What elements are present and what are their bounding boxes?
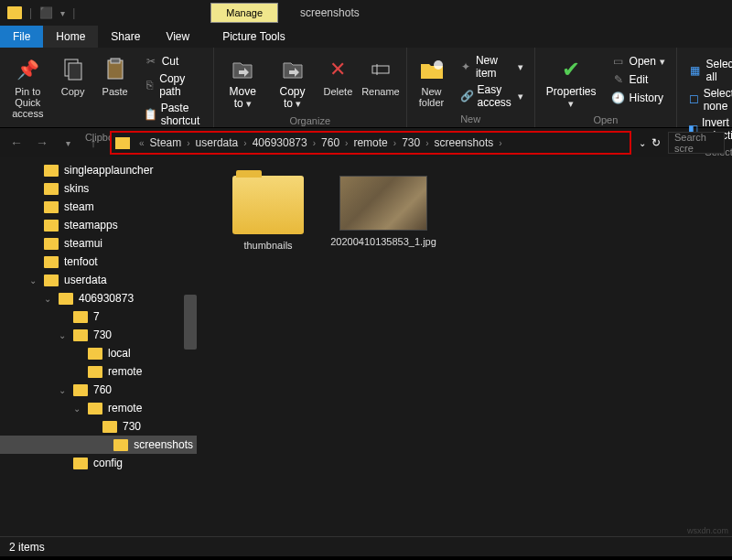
forward-button[interactable]: → bbox=[33, 135, 51, 150]
paste-button[interactable]: Paste bbox=[96, 51, 135, 130]
open-icon: ▭ bbox=[611, 54, 626, 69]
tree-label: steamui bbox=[64, 237, 102, 250]
tree-item-skins[interactable]: skins bbox=[0, 179, 197, 198]
tree-item-remote[interactable]: remote bbox=[0, 362, 197, 381]
copy-button[interactable]: Copy bbox=[54, 51, 92, 130]
tree-label: remote bbox=[108, 402, 142, 415]
quick-access-icon[interactable]: ⬛ bbox=[39, 6, 53, 19]
search-input[interactable]: Search scre bbox=[668, 132, 725, 154]
folder-icon bbox=[113, 439, 128, 451]
file-item-thumbnails[interactable]: thumbnails bbox=[224, 176, 312, 252]
tree-item-steam[interactable]: steam bbox=[0, 198, 197, 216]
folder-icon bbox=[7, 6, 22, 19]
pin-label: Pin to Quick access bbox=[11, 86, 45, 119]
tree-item-tenfoot[interactable]: tenfoot bbox=[0, 253, 197, 271]
tree-item-singleapplauncher[interactable]: singleapplauncher bbox=[0, 161, 197, 179]
tree-item-730[interactable]: ⌄730 bbox=[0, 326, 197, 344]
tree-item-406930873[interactable]: ⌄406930873 bbox=[0, 289, 197, 307]
crumb-remote[interactable]: remote bbox=[351, 136, 389, 149]
edit-button[interactable]: ✎Edit bbox=[609, 71, 667, 88]
crumb-screenshots[interactable]: screenshots bbox=[433, 136, 496, 149]
pin-button[interactable]: 📌 Pin to Quick access bbox=[5, 51, 50, 130]
copy-to-button[interactable]: Copy to ▾ bbox=[270, 51, 316, 113]
picture-tools-tab[interactable]: Picture Tools bbox=[210, 26, 297, 48]
new-folder-icon bbox=[417, 55, 447, 84]
folder-icon bbox=[44, 238, 59, 250]
easy-access-button[interactable]: 🔗Easy access ▾ bbox=[458, 82, 525, 110]
content-pane[interactable]: thumbnails20200410135853_1.jpg bbox=[197, 157, 732, 536]
tree-item-steamapps[interactable]: steamapps bbox=[0, 216, 197, 234]
crumb-userdata[interactable]: userdata bbox=[194, 136, 241, 149]
tree-item-760[interactable]: ⌄760 bbox=[0, 381, 197, 399]
file-item-20200410135853_1.jpg[interactable]: 20200410135853_1.jpg bbox=[339, 176, 427, 248]
expand-icon[interactable]: ⌄ bbox=[57, 330, 68, 340]
copy-path-button[interactable]: ⎘Copy path bbox=[142, 71, 204, 99]
divider-icon: | bbox=[29, 6, 32, 19]
properties-button[interactable]: ✔ Properties ▾ bbox=[541, 51, 602, 113]
expand-icon[interactable]: ⌄ bbox=[27, 275, 38, 285]
up-button[interactable]: ↑ bbox=[84, 135, 102, 150]
chevron-right-icon: › bbox=[390, 138, 400, 148]
expand-icon[interactable]: ⌄ bbox=[71, 404, 82, 414]
tree-item-7[interactable]: 7 bbox=[0, 307, 197, 326]
tree-label: steamapps bbox=[64, 219, 118, 232]
chevron-right-icon: › bbox=[240, 138, 250, 148]
dropdown-icon[interactable]: ▾ bbox=[60, 8, 65, 18]
folder-tree[interactable]: singleapplauncherskinssteamsteamappsstea… bbox=[0, 157, 197, 536]
recent-dropdown[interactable]: ▾ bbox=[59, 138, 77, 148]
crumb-406930873[interactable]: 406930873 bbox=[251, 136, 309, 149]
new-folder-label: New folder bbox=[418, 86, 446, 108]
scrollbar-thumb[interactable] bbox=[184, 295, 197, 350]
tree-label: steam bbox=[64, 200, 94, 213]
file-menu[interactable]: File bbox=[0, 26, 43, 48]
shortcut-icon: 📋 bbox=[144, 107, 157, 122]
history-button[interactable]: 🕘History bbox=[609, 90, 667, 106]
tree-item-config[interactable]: config bbox=[0, 454, 197, 472]
move-to-button[interactable]: Move to ▾ bbox=[220, 51, 266, 113]
crumb-760[interactable]: 760 bbox=[319, 136, 341, 149]
back-button[interactable]: ← bbox=[7, 135, 26, 150]
delete-button[interactable]: ✕ Delete bbox=[318, 51, 357, 113]
folder-icon bbox=[44, 165, 59, 177]
chevron-right-icon: › bbox=[422, 138, 432, 148]
open-group-label: Open bbox=[593, 113, 618, 127]
folder-icon bbox=[88, 366, 102, 378]
new-item-button[interactable]: ✦New item ▾ bbox=[458, 53, 525, 81]
chevron-right-icon: › bbox=[309, 138, 319, 148]
copy-icon bbox=[59, 55, 88, 84]
breadcrumb[interactable]: « Steam›userdata›406930873›760›remote›73… bbox=[110, 131, 631, 155]
refresh-button[interactable]: ↻ bbox=[651, 136, 661, 149]
tree-item-local[interactable]: local bbox=[0, 344, 197, 362]
tree-item-userdata[interactable]: ⌄userdata bbox=[0, 271, 197, 289]
expand-icon[interactable]: ⌄ bbox=[42, 294, 53, 304]
paste-shortcut-button[interactable]: 📋Paste shortcut bbox=[142, 101, 204, 128]
open-button[interactable]: ▭Open ▾ bbox=[609, 53, 667, 70]
view-tab[interactable]: View bbox=[153, 26, 202, 48]
folder-icon bbox=[73, 384, 88, 396]
select-none-button[interactable]: ☐Select none bbox=[686, 86, 732, 113]
tree-label: 7 bbox=[93, 310, 100, 323]
tree-label: screenshots bbox=[134, 438, 193, 451]
home-tab[interactable]: Home bbox=[43, 26, 98, 48]
svg-rect-1 bbox=[69, 63, 81, 80]
rename-button[interactable]: Rename bbox=[361, 51, 400, 113]
menu-bar: File Home Share View Picture Tools bbox=[0, 26, 732, 48]
crumb-Steam[interactable]: Steam bbox=[148, 136, 184, 149]
tree-item-steamui[interactable]: steamui bbox=[0, 234, 197, 253]
paste-icon bbox=[101, 55, 130, 84]
tree-item-730[interactable]: 730 bbox=[0, 417, 197, 436]
new-label: New bbox=[460, 112, 480, 126]
dropdown-icon[interactable]: ⌄ bbox=[639, 138, 646, 148]
image-thumbnail bbox=[339, 176, 427, 231]
new-folder-button[interactable]: New folder bbox=[413, 51, 451, 112]
share-tab[interactable]: Share bbox=[98, 26, 153, 48]
file-label: thumbnails bbox=[243, 240, 292, 252]
expand-icon[interactable]: ⌄ bbox=[57, 385, 68, 395]
cut-button[interactable]: ✂Cut bbox=[142, 53, 204, 70]
tree-item-remote[interactable]: ⌄remote bbox=[0, 399, 197, 417]
manage-tab[interactable]: Manage bbox=[210, 3, 278, 23]
select-all-button[interactable]: ▦Select all bbox=[686, 57, 732, 84]
crumb-730[interactable]: 730 bbox=[400, 136, 422, 149]
tree-item-screenshots[interactable]: screenshots bbox=[0, 436, 197, 454]
clipboard-group: 📌 Pin to Quick access Copy Paste ✂Cut ⎘C… bbox=[0, 48, 214, 127]
